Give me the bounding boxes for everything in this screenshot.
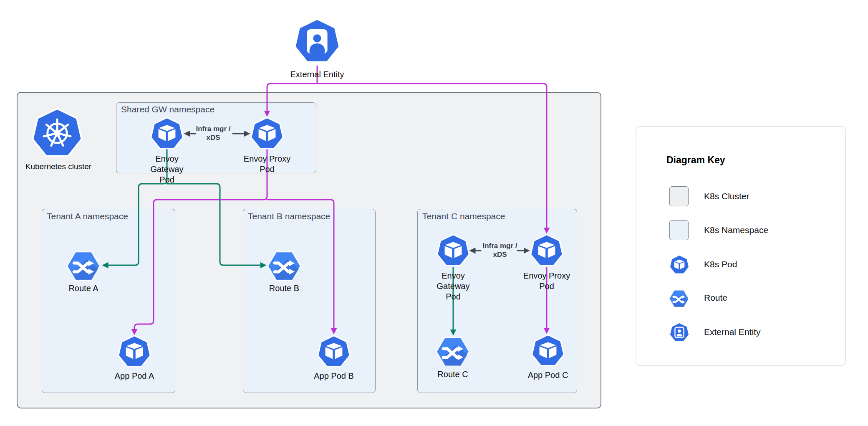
- k8s-pod-icon: [530, 234, 563, 267]
- route-icon: [66, 251, 101, 281]
- tenantc-xds-link-label: Infra mgr / xDS: [477, 241, 523, 259]
- legend-label-route: Route: [704, 293, 727, 303]
- k8s-cluster-swatch: [669, 186, 689, 206]
- legend-label-external-entity: External Entity: [704, 327, 760, 337]
- route-b-label: Route B: [259, 283, 309, 294]
- tenant-a-namespace-title: Tenant A namespace: [47, 211, 128, 221]
- legend-label-cluster: K8s Cluster: [704, 191, 749, 201]
- app-pod-c-label: App Pod C: [519, 370, 577, 380]
- k8s-pod-icon: [250, 117, 284, 150]
- route-a-label: Route A: [58, 283, 108, 294]
- external-entity-icon: [669, 322, 689, 342]
- app-pod-b-label: App Pod B: [305, 371, 363, 381]
- tenant-b-namespace-box: [243, 209, 376, 393]
- shared-gw-namespace-title: Shared GW namespace: [121, 104, 214, 114]
- shared-gateway-pod-label: Envoy Gateway Pod: [142, 154, 192, 185]
- legend-label-pod: K8s Pod: [704, 259, 737, 269]
- external-entity-label: External Entity: [275, 69, 359, 80]
- k8s-namespace-swatch: [669, 220, 689, 240]
- k8s-pod-icon: [317, 335, 351, 368]
- tenantc-proxy-pod-label: Envoy Proxy Pod: [522, 271, 572, 292]
- shared-xds-link-label: Infra mgr / xDS: [190, 124, 236, 142]
- tenant-c-namespace-title: Tenant C namespace: [422, 211, 505, 221]
- k8s-pod-icon: [531, 334, 565, 368]
- k8s-pod-icon: [669, 255, 689, 275]
- k8s-pod-icon: [118, 335, 151, 368]
- route-c-label: Route C: [428, 369, 478, 380]
- k8s-pod-icon: [150, 117, 184, 150]
- k8s-pod-icon: [437, 234, 470, 267]
- app-pod-a-label: App Pod A: [105, 371, 164, 381]
- kubernetes-cluster-label: Kubernetes cluster: [13, 161, 104, 172]
- tenant-a-namespace-box: [42, 209, 175, 393]
- legend-label-namespace: K8s Namespace: [704, 225, 768, 235]
- diagram-canvas: Shared GW namespace Tenant A namespace T…: [0, 0, 868, 426]
- tenant-b-namespace-title: Tenant B namespace: [248, 211, 330, 221]
- tenantc-gateway-pod-label: Envoy Gateway Pod: [428, 271, 478, 302]
- external-entity-icon: [294, 18, 341, 65]
- route-icon: [669, 289, 689, 308]
- diagram-key-title: Diagram Key: [666, 155, 725, 166]
- kubernetes-logo-icon: [32, 108, 83, 159]
- route-icon: [435, 336, 470, 367]
- shared-proxy-pod-label: Envoy Proxy Pod: [242, 154, 292, 175]
- route-icon: [267, 251, 302, 281]
